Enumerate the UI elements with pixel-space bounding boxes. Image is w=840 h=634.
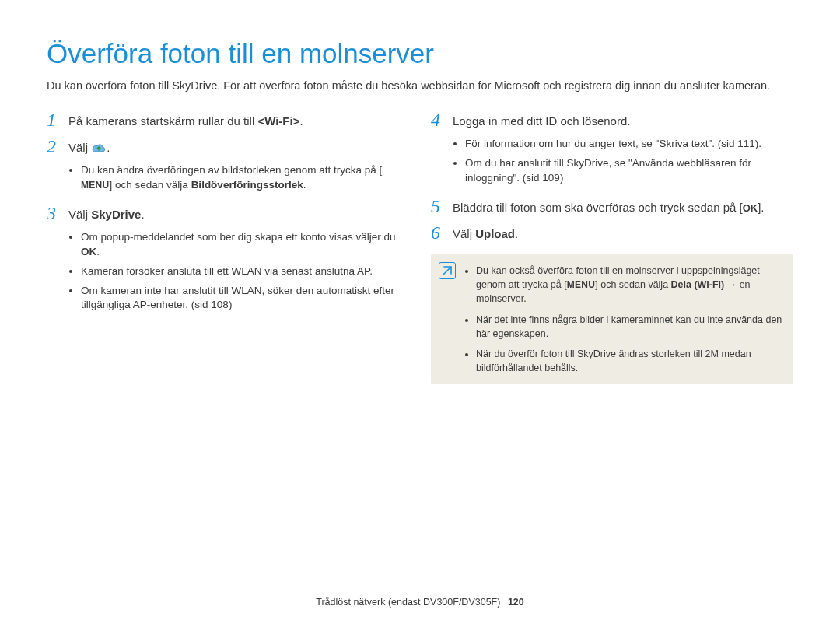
text: . xyxy=(303,179,306,191)
bold: Bildöverföringsstorlek xyxy=(191,179,303,191)
bullet: Om du har anslutit till SkyDrive, se "An… xyxy=(465,156,793,186)
step-6: 6 Välj Upload. xyxy=(431,223,793,242)
ok-key-icon: OK xyxy=(743,201,758,215)
step-4-bullets: För information om hur du anger text, se… xyxy=(454,137,793,186)
bullet: För information om hur du anger text, se… xyxy=(465,137,793,152)
step-3-bullets: Om popup-meddelandet som ber dig skapa e… xyxy=(70,230,409,313)
step-number: 3 xyxy=(47,204,61,222)
bold: Upload xyxy=(475,227,515,240)
note-list: Du kan också överföra foton till en moln… xyxy=(464,264,782,375)
text: Du kan ändra överföringen av bildstorlek… xyxy=(81,164,382,176)
step-1: 1 På kamerans startskärm rullar du till … xyxy=(47,110,409,129)
bullet: Kameran försöker ansluta till ett WLAN v… xyxy=(81,264,409,279)
text: . xyxy=(515,227,518,240)
page-number: 120 xyxy=(508,597,524,608)
text: → xyxy=(724,279,739,290)
columns: 1 På kamerans startskärm rullar du till … xyxy=(47,110,793,384)
text: På kamerans startskärm rullar du till xyxy=(68,114,257,128)
intro-text: Du kan överföra foton till SkyDrive. För… xyxy=(47,79,793,94)
bold: <Wi-Fi> xyxy=(257,114,299,128)
step-text: Välj Upload. xyxy=(453,223,793,242)
step-number: 4 xyxy=(431,110,445,129)
step-3: 3 Välj SkyDrive. xyxy=(47,204,409,222)
text: ]. xyxy=(758,201,764,214)
text: . xyxy=(107,141,110,154)
text: Välj xyxy=(68,141,91,154)
right-column: 4 Logga in med ditt ID och lösenord. För… xyxy=(431,110,793,384)
step-number: 2 xyxy=(47,137,61,156)
note-item: När du överför foton till SkyDrive ändra… xyxy=(476,347,782,375)
bold: Dela (Wi-Fi) xyxy=(671,279,725,290)
menu-key-icon: MENU xyxy=(567,278,596,292)
step-4: 4 Logga in med ditt ID och lösenord. xyxy=(431,110,793,129)
note-item: När det inte finns några bilder i kamera… xyxy=(476,313,782,341)
bullet: Du kan ändra överföringen av bildstorlek… xyxy=(81,163,409,193)
text: Bläddra till foton som ska överföras och… xyxy=(453,201,743,214)
menu-key-icon: MENU xyxy=(81,179,110,192)
step-number: 1 xyxy=(47,110,61,129)
step-text: Välj . xyxy=(68,137,409,156)
step-number: 6 xyxy=(431,223,445,242)
step-text: Logga in med ditt ID och lösenord. xyxy=(453,110,793,129)
footer: Trådlöst nätverk (endast DV300F/DV305F) … xyxy=(0,597,840,608)
note-item: Du kan också överföra foton till en moln… xyxy=(476,264,782,306)
text: . xyxy=(299,114,303,128)
bold: SkyDrive xyxy=(91,208,141,221)
cloud-icon xyxy=(91,142,107,153)
note-box: Du kan också överföra foton till en moln… xyxy=(431,254,793,384)
step-5: 5 Bläddra till foton som ska överföras o… xyxy=(431,197,793,215)
text: . xyxy=(141,208,144,221)
bullet: Om popup-meddelandet som ber dig skapa e… xyxy=(81,230,409,260)
text: ] och sedan välja xyxy=(595,279,670,290)
page-title: Överföra foton till en molnserver xyxy=(47,39,793,69)
left-column: 1 På kamerans startskärm rullar du till … xyxy=(47,110,409,384)
footer-text: Trådlöst nätverk (endast DV300F/DV305F) xyxy=(316,597,500,608)
step-text: Välj SkyDrive. xyxy=(68,204,409,222)
step-text: På kamerans startskärm rullar du till <W… xyxy=(68,110,409,129)
step-number: 5 xyxy=(431,197,445,215)
text: Välj xyxy=(453,227,475,240)
text: . xyxy=(96,246,100,257)
step-text: Bläddra till foton som ska överföras och… xyxy=(453,197,793,215)
text: ] och sedan välja xyxy=(110,179,191,191)
step-2-bullets: Du kan ändra överföringen av bildstorlek… xyxy=(70,163,409,193)
bold: OK xyxy=(81,246,96,257)
text: Välj xyxy=(68,208,91,221)
step-2: 2 Välj . xyxy=(47,137,409,156)
note-icon xyxy=(439,262,456,279)
text: Om popup-meddelandet som ber dig skapa e… xyxy=(81,231,395,243)
bullet: Om kameran inte har anslutit till WLAN, … xyxy=(81,284,409,313)
